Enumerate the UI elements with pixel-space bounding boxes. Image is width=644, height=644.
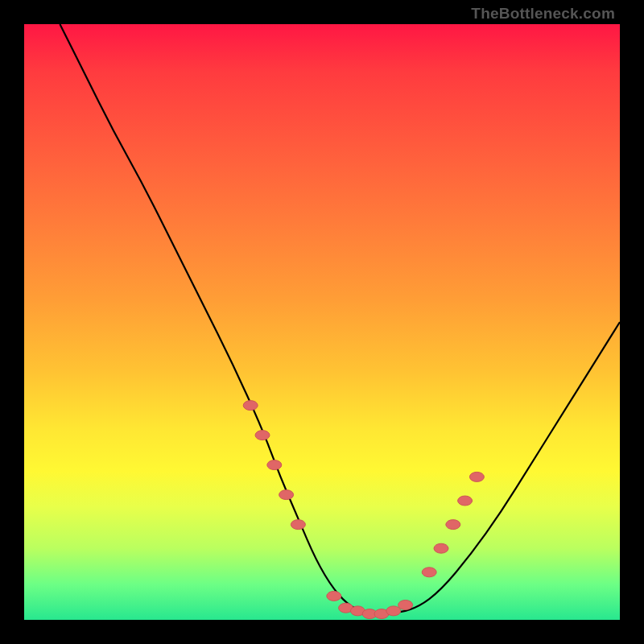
marker-bottom-dot xyxy=(398,601,413,610)
marker-right-dot xyxy=(422,568,436,577)
marker-left-dot xyxy=(291,520,305,530)
marker-left-dot xyxy=(279,490,294,500)
marker-right-dot xyxy=(446,520,460,530)
marker-right-dot xyxy=(469,472,484,481)
marker-right-dot xyxy=(434,543,448,553)
attribution-label: TheBottleneck.com xyxy=(471,5,615,23)
curve-layer xyxy=(24,24,620,620)
marker-left-dot xyxy=(267,460,282,470)
bottleneck-curve xyxy=(60,24,620,614)
marker-bottom-dot xyxy=(386,606,401,616)
marker-left-dot xyxy=(243,401,258,411)
plot-area xyxy=(24,24,620,620)
marker-group xyxy=(243,401,484,619)
marker-right-dot xyxy=(458,496,473,506)
marker-bottom-dot xyxy=(327,591,341,601)
chart-frame: TheBottleneck.com xyxy=(0,0,644,644)
marker-left-dot xyxy=(255,431,270,440)
